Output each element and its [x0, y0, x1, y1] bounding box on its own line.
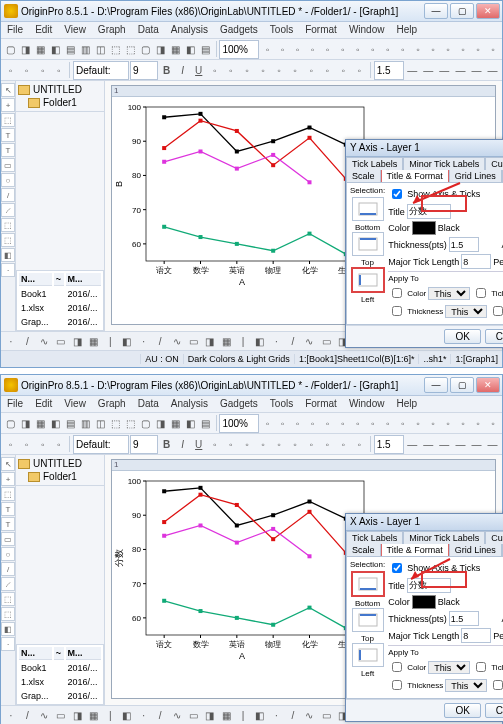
tb2b-4[interactable]: ◦: [272, 435, 287, 453]
tb1b-10[interactable]: ◦: [411, 40, 425, 58]
apply-color-check[interactable]: [392, 662, 402, 672]
tb2b-7[interactable]: ◦: [320, 435, 335, 453]
menu-gadgets[interactable]: Gadgets: [214, 22, 264, 38]
tb2b-0[interactable]: ◦: [207, 61, 222, 79]
tb2c-3[interactable]: —: [453, 435, 468, 453]
menu-analysis[interactable]: Analysis: [165, 396, 214, 412]
bb-1[interactable]: /: [20, 332, 36, 350]
show-axis-check[interactable]: [392, 189, 402, 199]
tool-0[interactable]: ↖: [1, 83, 15, 97]
menu-tools[interactable]: Tools: [264, 22, 299, 38]
bb-12[interactable]: ◨: [202, 332, 218, 350]
tb2b-2[interactable]: ◦: [239, 435, 254, 453]
tb1b-2[interactable]: ◦: [291, 414, 305, 432]
bold-button[interactable]: B: [159, 61, 174, 79]
tb1-9[interactable]: ▢: [138, 414, 152, 432]
tb1b-9[interactable]: ◦: [396, 414, 410, 432]
menu-format[interactable]: Format: [299, 22, 343, 38]
bb-18[interactable]: ∿: [302, 332, 318, 350]
menu-data[interactable]: Data: [132, 396, 165, 412]
tab-tick-labels[interactable]: Tick Labels: [346, 531, 403, 544]
menu-tools[interactable]: Tools: [264, 396, 299, 412]
italic-button[interactable]: I: [175, 61, 190, 79]
menu-gadgets[interactable]: Gadgets: [214, 396, 264, 412]
bb-15[interactable]: ◧: [252, 706, 268, 724]
tool-8[interactable]: ⟋: [1, 577, 15, 591]
tb1b-14[interactable]: ◦: [471, 40, 485, 58]
apply-thick-check[interactable]: [392, 680, 402, 690]
menu-data[interactable]: Data: [132, 22, 165, 38]
tick-length-input[interactable]: [461, 254, 491, 269]
tb2b-3[interactable]: ◦: [255, 61, 270, 79]
list-item[interactable]: 1.xlsx2016/...: [19, 676, 101, 688]
title-input[interactable]: [407, 578, 451, 593]
tool-5[interactable]: ▭: [1, 158, 15, 172]
tb2-3[interactable]: ◦: [51, 61, 66, 79]
sel-bottom[interactable]: [352, 197, 384, 221]
show-axis-check[interactable]: [392, 563, 402, 573]
tb1b-7[interactable]: ◦: [366, 40, 380, 58]
bb-14[interactable]: |: [235, 332, 251, 350]
tb1b-11[interactable]: ◦: [426, 40, 440, 58]
bb-4[interactable]: ◨: [69, 332, 85, 350]
tb2-0[interactable]: ◦: [3, 435, 18, 453]
tb1-0[interactable]: ▢: [3, 414, 17, 432]
menu-window[interactable]: Window: [343, 396, 391, 412]
menu-help[interactable]: Help: [390, 396, 423, 412]
sel-top[interactable]: [352, 232, 384, 256]
bb-5[interactable]: ▦: [86, 706, 102, 724]
menu-analysis[interactable]: Analysis: [165, 22, 214, 38]
tb1-13[interactable]: ▤: [199, 40, 213, 58]
tb1-5[interactable]: ▥: [78, 40, 92, 58]
tool-2[interactable]: ⬚: [1, 113, 15, 127]
tool-10[interactable]: ⬚: [1, 607, 15, 621]
bb-5[interactable]: ▦: [86, 332, 102, 350]
tb2c-3[interactable]: —: [453, 61, 468, 79]
tb1b-15[interactable]: ◦: [486, 40, 500, 58]
tb1b-8[interactable]: ◦: [381, 414, 395, 432]
bb-3[interactable]: ▭: [53, 332, 69, 350]
bold-button[interactable]: B: [159, 435, 174, 453]
tb1b-10[interactable]: ◦: [411, 414, 425, 432]
bb-2[interactable]: ∿: [36, 332, 52, 350]
tb1b-12[interactable]: ◦: [441, 414, 455, 432]
tb1b-0[interactable]: ◦: [260, 40, 274, 58]
tool-9[interactable]: ⬚: [1, 592, 15, 606]
apply-tl-check[interactable]: [493, 680, 503, 690]
tool-7[interactable]: /: [1, 188, 15, 202]
tb1b-11[interactable]: ◦: [426, 414, 440, 432]
tb2c-5[interactable]: —: [485, 435, 500, 453]
pe-folder[interactable]: Folder1: [18, 96, 102, 109]
tool-6[interactable]: ○: [1, 547, 15, 561]
tb1-6[interactable]: ◫: [93, 40, 107, 58]
tab-custom-tick-labels[interactable]: Custom Tick Labels: [485, 157, 503, 170]
tab-grid-lines[interactable]: Grid Lines: [449, 544, 502, 556]
tb1-2[interactable]: ▦: [33, 40, 47, 58]
tool-8[interactable]: ⟋: [1, 203, 15, 217]
tb1b-3[interactable]: ◦: [306, 40, 320, 58]
bb-14[interactable]: |: [235, 706, 251, 724]
tb1-1[interactable]: ◨: [18, 40, 32, 58]
tb1b-1[interactable]: ◦: [275, 40, 289, 58]
bb-6[interactable]: |: [103, 706, 119, 724]
tb2c-4[interactable]: —: [469, 61, 484, 79]
tb1b-15[interactable]: ◦: [486, 414, 500, 432]
tb2-3[interactable]: ◦: [51, 435, 66, 453]
tool-0[interactable]: ↖: [1, 457, 15, 471]
tool-11[interactable]: ◧: [1, 248, 15, 262]
tb1-13[interactable]: ▤: [199, 414, 213, 432]
tb1b-5[interactable]: ◦: [336, 40, 350, 58]
linew-select[interactable]: [374, 435, 404, 454]
tool-2[interactable]: ⬚: [1, 487, 15, 501]
font-select[interactable]: [73, 435, 129, 454]
bb-17[interactable]: /: [285, 706, 301, 724]
ok-button[interactable]: OK: [444, 703, 480, 718]
tb1-5[interactable]: ▥: [78, 414, 92, 432]
bb-13[interactable]: ▦: [219, 332, 235, 350]
tb2c-1[interactable]: —: [421, 435, 436, 453]
tb2b-9[interactable]: ◦: [352, 435, 367, 453]
sel-left[interactable]: [352, 643, 384, 667]
tb1-3[interactable]: ◧: [48, 40, 62, 58]
bb-0[interactable]: ·: [3, 706, 19, 724]
tick-length-input[interactable]: [461, 628, 491, 643]
